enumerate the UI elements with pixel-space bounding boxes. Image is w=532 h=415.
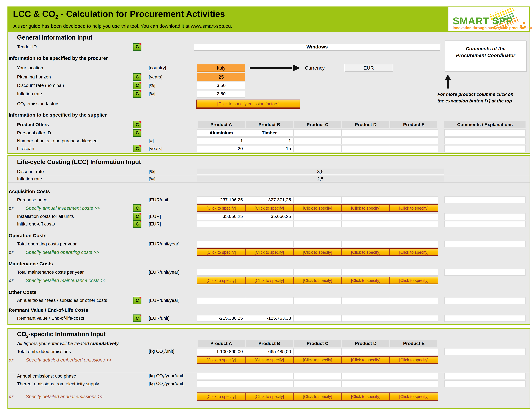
operating-c-input[interactable] [294,240,342,247]
remnant-comment-cell[interactable] [444,315,525,322]
comment-button-discount[interactable]: C [133,82,142,89]
electricity-e-input[interactable] [390,380,438,387]
use-phase-comment-cell[interactable] [444,373,525,379]
maintenance-c-input[interactable] [294,269,342,276]
units-b-input[interactable]: 1 [245,138,294,144]
comment-button-installation[interactable]: C [133,213,142,220]
comment-button-planning[interactable]: C [133,73,142,81]
embedded-e-input[interactable] [390,348,438,355]
investment-specify-e-button[interactable]: [Click to specify] [390,205,438,211]
comment-button-remnant[interactable]: C [133,314,142,322]
comment-button-investment[interactable]: C [133,204,142,212]
specify-embedded-link[interactable]: Specify detailed embedded emissions >> [26,357,112,363]
maintenance-b-input[interactable] [245,269,294,276]
installation-d-input[interactable] [342,213,390,220]
taxes-b-input[interactable] [245,297,294,304]
operating-specify-a-button[interactable]: [Click to specify] [197,249,245,255]
installation-e-input[interactable] [390,213,438,220]
operating-a-input[interactable] [197,240,245,247]
lifespan-comment-cell[interactable] [444,145,525,152]
electricity-c-input[interactable] [294,380,342,387]
purchase-comment-cell[interactable] [444,196,525,203]
embedded-specify-c-button[interactable]: [Click to specify] [294,357,342,363]
embedded-specify-d-button[interactable]: [Click to specify] [342,357,390,363]
specify-operating-link[interactable]: Specify detailed operating costs >> [26,250,99,255]
taxes-d-input[interactable] [342,297,390,304]
oneoff-b-input[interactable] [245,221,294,227]
embedded-specify-a-button[interactable]: [Click to specify] [197,357,245,363]
comment-button-inflation[interactable]: C [133,90,142,98]
embedded-c-input[interactable] [294,348,342,355]
oneoff-d-input[interactable] [342,221,390,227]
annual-specify-b-button[interactable]: [Click to specify] [245,393,294,400]
remnant-b-input[interactable]: -125.763,33 [245,315,294,322]
maintenance-specify-a-button[interactable]: [Click to specify] [197,277,245,284]
embedded-a-input[interactable]: 1.100.860,00 [197,348,245,355]
discount-rate-input[interactable]: 3,50 [197,82,245,89]
lifespan-a-input[interactable]: 20 [197,145,245,152]
purchase-e-input[interactable] [390,196,438,203]
planning-horizon-input[interactable]: 25 [197,73,245,81]
operating-d-input[interactable] [342,240,390,247]
specify-investment-link[interactable]: Specify annual investment costs >> [26,206,100,211]
use-phase-b-input[interactable] [245,373,294,379]
lifespan-b-input[interactable]: 15 [245,145,294,152]
embedded-specify-b-button[interactable]: [Click to specify] [245,357,294,363]
installation-comment-cell[interactable] [444,213,525,220]
purchase-b-input[interactable]: 327.371,25 [245,196,294,203]
remnant-a-input[interactable]: -215.336,25 [197,315,245,322]
comment-button-taxes[interactable]: C [133,297,142,304]
operating-comment-cell[interactable] [444,240,525,247]
offer-id-c-input[interactable] [294,129,342,137]
electricity-d-input[interactable] [342,380,390,387]
remnant-c-input[interactable] [294,315,342,322]
embedded-b-input[interactable]: 665.485,00 [245,348,294,355]
units-comment-cell[interactable] [444,138,525,144]
specify-annual-link[interactable]: Specify detailed annual emissions >> [26,394,104,399]
units-c-input[interactable] [294,138,342,144]
offer-id-b-input[interactable]: Timber [245,129,294,137]
annual-specify-d-button[interactable]: [Click to specify] [342,393,390,400]
offer-comment-cell[interactable] [444,129,525,137]
your-location-input[interactable]: Italy [197,64,245,72]
electricity-b-input[interactable] [245,380,294,387]
taxes-e-input[interactable] [390,297,438,304]
comment-button-lifespan[interactable]: C [133,145,142,152]
maintenance-specify-c-button[interactable]: [Click to specify] [294,277,342,284]
investment-specify-b-button[interactable]: [Click to specify] [245,205,294,211]
remnant-d-input[interactable] [342,315,390,322]
installation-b-input[interactable]: 35.656,25 [245,213,294,220]
operating-specify-c-button[interactable]: [Click to specify] [294,249,342,255]
operating-specify-d-button[interactable]: [Click to specify] [342,249,390,255]
operating-specify-e-button[interactable]: [Click to specify] [390,249,438,255]
investment-specify-c-button[interactable]: [Click to specify] [294,205,342,211]
units-d-input[interactable] [342,138,390,144]
tender-id-input[interactable]: Windows [194,43,440,51]
specify-maintenance-link[interactable]: Specify detailed maintenance costs >> [26,278,106,283]
annual-specify-e-button[interactable]: [Click to specify] [390,393,438,400]
maintenance-specify-e-button[interactable]: [Click to specify] [390,277,438,284]
operating-e-input[interactable] [390,240,438,247]
taxes-a-input[interactable] [197,297,245,304]
electricity-comment-cell[interactable] [444,380,525,387]
purchase-a-input[interactable]: 237.196,25 [197,196,245,203]
oneoff-e-input[interactable] [390,221,438,227]
use-phase-c-input[interactable] [294,373,342,379]
annual-specify-c-button[interactable]: [Click to specify] [294,393,342,400]
investment-specify-a-button[interactable]: [Click to specify] [197,205,245,211]
lifespan-e-input[interactable] [390,145,438,152]
currency-select[interactable]: EUR [344,64,393,72]
comment-button-oneoff[interactable]: C [133,220,142,228]
inflation-rate-input[interactable]: 2,50 [197,90,245,98]
embedded-d-input[interactable] [342,348,390,355]
purchase-d-input[interactable] [342,196,390,203]
comment-button-personal-offer[interactable]: C [133,129,142,137]
installation-c-input[interactable] [294,213,342,220]
lifespan-d-input[interactable] [342,145,390,152]
electricity-a-input[interactable] [197,380,245,387]
operating-b-input[interactable] [245,240,294,247]
investment-specify-d-button[interactable]: [Click to specify] [342,205,390,211]
comment-button-offers[interactable]: C [133,121,142,128]
use-phase-e-input[interactable] [390,373,438,379]
maintenance-d-input[interactable] [342,269,390,276]
